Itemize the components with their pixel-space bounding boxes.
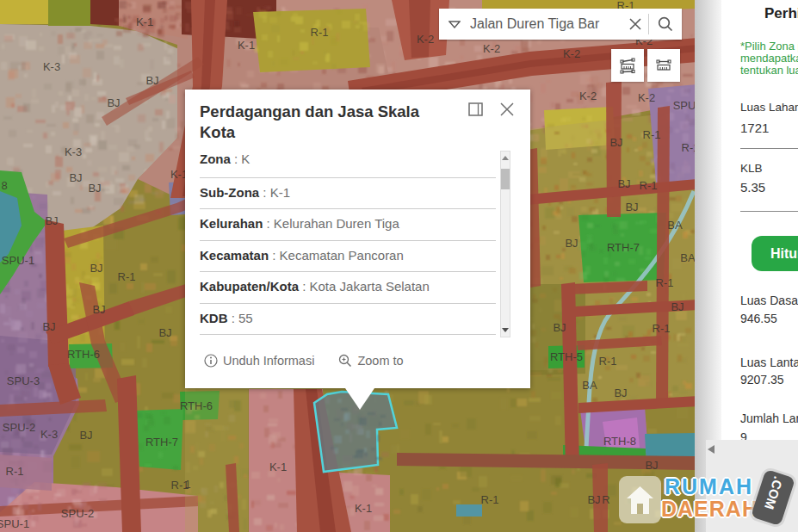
svg-text:R-1: R-1 [656, 276, 674, 289]
svg-text:R-1: R-1 [481, 493, 499, 506]
svg-text:BJ: BJ [79, 429, 92, 442]
svg-text:K-2: K-2 [563, 47, 580, 60]
svg-text:K-1: K-1 [355, 502, 372, 515]
svg-text:K-1: K-1 [238, 39, 255, 52]
svg-text:SPU-1: SPU-1 [0, 517, 29, 530]
svg-text:R-1: R-1 [118, 270, 136, 283]
svg-text:R-1: R-1 [643, 128, 661, 141]
svg-text:BJ: BJ [90, 262, 102, 275]
svg-text:RTH-8: RTH-8 [603, 435, 636, 448]
svg-text:BJ: BJ [625, 201, 638, 213]
svg-text:K-3: K-3 [40, 428, 58, 441]
svg-text:SPU: SPU [673, 99, 695, 112]
svg-text:BJ: BJ [88, 182, 101, 195]
svg-text:K-2: K-2 [417, 33, 434, 46]
svg-text:K-3: K-3 [65, 145, 82, 158]
svg-text:BJ: BJ [565, 237, 578, 250]
svg-text:K-2: K-2 [579, 90, 597, 102]
svg-text:SPU-2: SPU-2 [3, 421, 35, 434]
svg-text:RTH-7: RTH-7 [607, 241, 640, 254]
svg-text:K-3: K-3 [43, 60, 60, 73]
svg-text:R-1: R-1 [311, 26, 329, 39]
svg-text:BJ: BJ [92, 303, 105, 316]
svg-text:R-1: R-1 [682, 141, 695, 154]
svg-text:RTH-6: RTH-6 [67, 348, 100, 361]
svg-text:BJ: BJ [587, 493, 600, 506]
svg-text:K-2: K-2 [638, 91, 655, 104]
svg-text:RTH-6: RTH-6 [180, 399, 213, 412]
svg-text:SPU-2: SPU-2 [61, 507, 94, 520]
svg-text:BJ: BJ [158, 326, 171, 339]
svg-text:BJ: BJ [671, 300, 684, 313]
svg-text:R: R [602, 493, 609, 506]
svg-text:K-1: K-1 [136, 15, 153, 28]
svg-text:R-1: R-1 [599, 355, 617, 368]
svg-text:BJ: BJ [42, 320, 55, 333]
svg-text:1: 1 [184, 478, 190, 491]
svg-text:R-1: R-1 [6, 465, 24, 478]
svg-text:R-1: R-1 [640, 179, 658, 192]
svg-text:R-1: R-1 [653, 322, 671, 335]
svg-text:BA: BA [667, 219, 683, 232]
svg-text:SPU-1: SPU-1 [2, 254, 34, 267]
svg-text:BJ: BJ [107, 96, 120, 109]
svg-text:8: 8 [1, 179, 7, 192]
svg-text:SPU-3: SPU-3 [7, 374, 40, 387]
svg-text:BJ: BJ [145, 74, 158, 87]
svg-text:BJ: BJ [645, 459, 658, 472]
svg-text:BJ: BJ [45, 214, 58, 227]
svg-text:BJ: BJ [614, 387, 627, 399]
svg-text:BJ: BJ [69, 171, 82, 184]
svg-text:BA: BA [680, 251, 695, 264]
svg-text:K-2: K-2 [483, 42, 500, 55]
svg-text:RTH-7: RTH-7 [145, 436, 178, 448]
svg-text:BA: BA [582, 379, 597, 392]
svg-text:BJ: BJ [553, 321, 566, 334]
svg-text:BJ: BJ [617, 177, 630, 190]
svg-text:K-1: K-1 [269, 461, 287, 473]
svg-text:RTH-5: RTH-5 [550, 350, 583, 363]
svg-text:BJ: BJ [609, 136, 622, 149]
